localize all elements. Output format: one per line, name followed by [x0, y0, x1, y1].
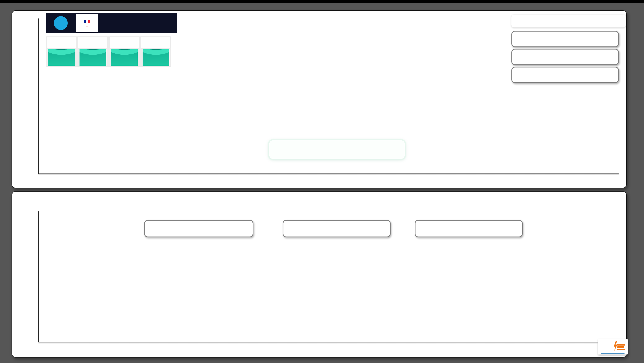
ademe-logo [86, 26, 88, 26]
stat-pmax-day [511, 49, 619, 65]
stat-consumption-week [144, 220, 253, 237]
stat-consumption-day [511, 31, 619, 47]
tile-day-j[interactable] [47, 37, 76, 66]
axis-shadow [38, 174, 619, 175]
stat-pmax-week [283, 220, 391, 237]
ecowatt-day-tiles [46, 36, 171, 67]
tile-day-j1[interactable] [78, 37, 107, 66]
y-axis-spine [38, 211, 39, 342]
french-flag-icon [84, 20, 90, 23]
tile-day-j2[interactable] [110, 37, 139, 66]
date-tooltip [269, 140, 405, 159]
ecowatt-green-signal-icon [79, 49, 107, 66]
g2e-tagline [601, 353, 625, 354]
g2e-france-logo [598, 339, 628, 355]
ecowatt-green-signal-icon [142, 49, 170, 66]
tile-day-j3-label [141, 37, 170, 48]
y-axis-spine [38, 18, 39, 174]
ecowatt-banner [46, 13, 177, 33]
tile-day-j2-label [110, 37, 139, 48]
republique-francaise-ademe-logo [76, 14, 98, 32]
window-bottom-edge [0, 0, 644, 3]
stat-pmin-week [415, 220, 523, 237]
site-name [511, 15, 626, 27]
g2e-e-mark [617, 344, 625, 350]
ecowatt-green-signal-icon [111, 49, 138, 66]
rte-logo [54, 16, 68, 30]
panel-week-chart [12, 191, 627, 358]
axis-shadow [38, 342, 619, 344]
ecowatt-green-signal-icon [47, 49, 75, 66]
tile-day-j3[interactable] [141, 37, 170, 66]
tile-day-j-label [47, 37, 76, 48]
panel-day-chart [12, 10, 627, 188]
tile-day-j1-label [78, 37, 107, 48]
stat-pmin-day [511, 67, 619, 83]
